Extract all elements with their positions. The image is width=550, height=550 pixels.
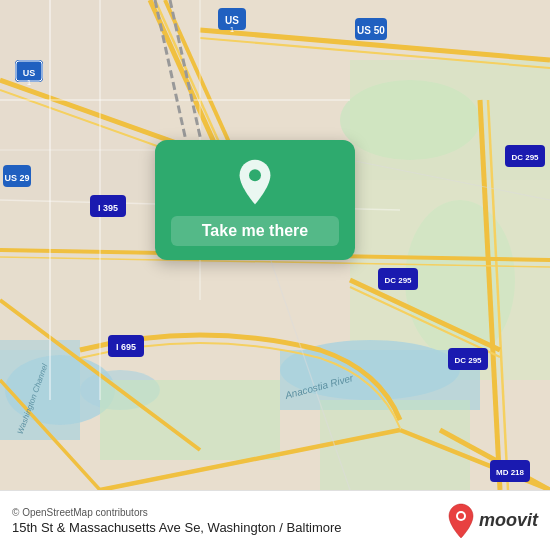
osm-credit: © OpenStreetMap contributors <box>12 507 342 518</box>
svg-text:DC 295: DC 295 <box>511 153 539 162</box>
address-block: © OpenStreetMap contributors 15th St & M… <box>12 507 342 535</box>
svg-text:I 395: I 395 <box>98 203 118 213</box>
svg-text:MD 218: MD 218 <box>496 468 525 477</box>
svg-point-69 <box>458 513 464 519</box>
take-me-there-button[interactable]: Take me there <box>171 216 339 246</box>
moovit-brand-text: moovit <box>479 510 538 531</box>
moovit-logo: moovit <box>447 503 538 539</box>
svg-point-67 <box>249 169 261 181</box>
info-bar: © OpenStreetMap contributors 15th St & M… <box>0 490 550 550</box>
svg-text:DC 295: DC 295 <box>454 356 482 365</box>
svg-text:US 50: US 50 <box>357 25 385 36</box>
svg-text:DC 295: DC 295 <box>384 276 412 285</box>
svg-text:US 29: US 29 <box>4 173 29 183</box>
map-container: US 1 US 1 US 50 US 29 I 395 DC 295 DC 29… <box>0 0 550 490</box>
location-popup[interactable]: Take me there <box>155 140 355 260</box>
svg-text:US: US <box>23 68 36 78</box>
location-pin-icon <box>231 158 279 206</box>
svg-text:1: 1 <box>27 78 32 87</box>
svg-text:I 695: I 695 <box>116 342 136 352</box>
address-text: 15th St & Massachusetts Ave Se, Washingt… <box>12 520 342 535</box>
svg-rect-10 <box>100 380 280 460</box>
moovit-pin-icon <box>447 503 475 539</box>
svg-text:1: 1 <box>230 25 235 34</box>
